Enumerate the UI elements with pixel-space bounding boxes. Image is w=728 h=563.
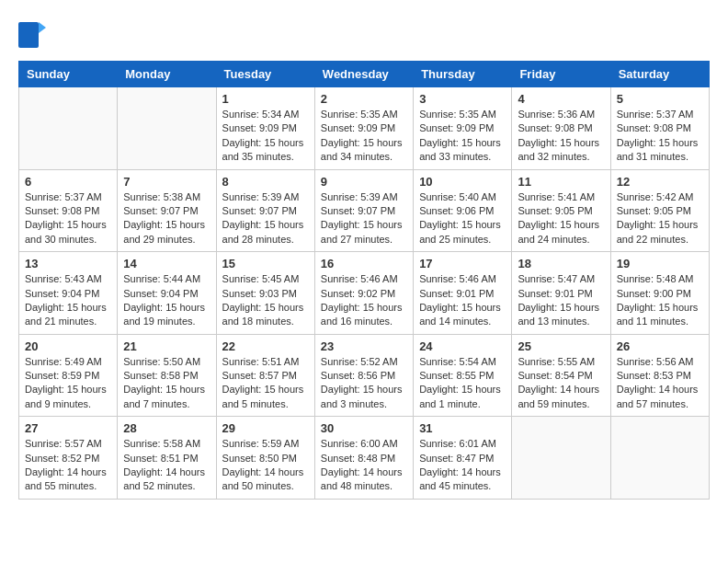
sunrise-text: Sunrise: 5:50 AM	[123, 355, 210, 369]
sunset-text: Sunset: 9:04 PM	[25, 287, 111, 301]
calendar-cell: 9Sunrise: 5:39 AMSunset: 9:07 PMDaylight…	[314, 169, 413, 252]
sunrise-text: Sunrise: 6:00 AM	[321, 437, 407, 451]
page-header	[18, 18, 710, 52]
sunrise-text: Sunrise: 5:59 AM	[222, 437, 309, 451]
sunrise-text: Sunrise: 5:37 AM	[617, 108, 703, 121]
sunrise-text: Sunrise: 5:38 AM	[123, 190, 210, 204]
day-header-monday: Monday	[118, 62, 216, 87]
day-number: 22	[222, 339, 309, 353]
daylight-text: Daylight: 15 hours and 28 minutes.	[222, 218, 309, 247]
daylight-text: Daylight: 15 hours and 21 minutes.	[25, 301, 111, 329]
day-header-saturday: Saturday	[610, 62, 709, 87]
sunset-text: Sunset: 9:07 PM	[222, 204, 309, 218]
daylight-text: Daylight: 15 hours and 9 minutes.	[25, 383, 111, 411]
day-number: 21	[123, 339, 210, 353]
sunrise-text: Sunrise: 5:46 AM	[419, 272, 506, 286]
daylight-text: Daylight: 15 hours and 24 minutes.	[518, 218, 604, 247]
calendar-cell: 14Sunrise: 5:44 AMSunset: 9:04 PMDayligh…	[118, 252, 216, 335]
sunrise-text: Sunrise: 5:37 AM	[25, 190, 111, 204]
day-number: 25	[518, 339, 604, 353]
sunrise-text: Sunrise: 5:41 AM	[518, 190, 604, 204]
day-number: 4	[518, 92, 604, 106]
sunrise-text: Sunrise: 5:46 AM	[321, 272, 407, 286]
sunrise-text: Sunrise: 5:44 AM	[123, 272, 210, 286]
daylight-text: Daylight: 15 hours and 34 minutes.	[321, 136, 407, 165]
day-number: 18	[518, 257, 604, 270]
calendar-cell: 18Sunrise: 5:47 AMSunset: 9:01 PMDayligh…	[512, 252, 610, 335]
day-number: 5	[617, 92, 703, 106]
day-header-wednesday: Wednesday	[314, 62, 413, 87]
day-number: 26	[617, 339, 703, 353]
sunset-text: Sunset: 9:05 PM	[617, 204, 703, 218]
sunset-text: Sunset: 9:01 PM	[518, 287, 604, 301]
logo	[18, 18, 50, 52]
calendar-cell: 13Sunrise: 5:43 AMSunset: 9:04 PMDayligh…	[19, 252, 118, 335]
calendar-cell: 24Sunrise: 5:54 AMSunset: 8:55 PMDayligh…	[414, 334, 512, 417]
sunrise-text: Sunrise: 5:54 AM	[419, 355, 506, 369]
calendar-cell: 30Sunrise: 6:00 AMSunset: 8:48 PMDayligh…	[314, 417, 413, 500]
sunrise-text: Sunrise: 5:58 AM	[123, 437, 210, 451]
sunset-text: Sunset: 8:47 PM	[419, 452, 506, 465]
daylight-text: Daylight: 15 hours and 32 minutes.	[518, 136, 604, 165]
day-number: 15	[222, 257, 309, 270]
sunrise-text: Sunrise: 5:36 AM	[518, 108, 604, 121]
sunrise-text: Sunrise: 5:52 AM	[321, 355, 407, 369]
day-number: 3	[419, 92, 506, 106]
calendar-table: SundayMondayTuesdayWednesdayThursdayFrid…	[18, 61, 710, 500]
daylight-text: Daylight: 15 hours and 30 minutes.	[25, 218, 111, 247]
sunset-text: Sunset: 9:08 PM	[25, 204, 111, 218]
sunset-text: Sunset: 9:00 PM	[617, 287, 703, 301]
daylight-text: Daylight: 15 hours and 18 minutes.	[222, 301, 309, 329]
calendar-cell: 12Sunrise: 5:42 AMSunset: 9:05 PMDayligh…	[610, 169, 709, 252]
daylight-text: Daylight: 14 hours and 52 minutes.	[123, 465, 210, 494]
day-number: 14	[123, 257, 210, 270]
calendar-week-row: 1Sunrise: 5:34 AMSunset: 9:09 PMDaylight…	[19, 87, 710, 170]
sunset-text: Sunset: 9:08 PM	[518, 121, 604, 135]
day-number: 29	[222, 421, 309, 435]
sunrise-text: Sunrise: 5:34 AM	[222, 108, 309, 121]
day-number: 9	[321, 175, 407, 189]
daylight-text: Daylight: 14 hours and 45 minutes.	[419, 465, 506, 494]
sunrise-text: Sunrise: 5:51 AM	[222, 355, 309, 369]
sunset-text: Sunset: 9:09 PM	[419, 121, 506, 135]
sunrise-text: Sunrise: 5:48 AM	[617, 272, 703, 286]
sunrise-text: Sunrise: 6:01 AM	[419, 437, 506, 451]
calendar-cell	[610, 417, 709, 500]
day-number: 19	[617, 257, 703, 270]
sunrise-text: Sunrise: 5:39 AM	[222, 190, 309, 204]
sunset-text: Sunset: 9:02 PM	[321, 287, 407, 301]
sunset-text: Sunset: 8:48 PM	[321, 452, 407, 465]
sunset-text: Sunset: 8:51 PM	[123, 452, 210, 465]
calendar-cell: 5Sunrise: 5:37 AMSunset: 9:08 PMDaylight…	[610, 87, 709, 170]
sunrise-text: Sunrise: 5:39 AM	[321, 190, 407, 204]
calendar-cell: 4Sunrise: 5:36 AMSunset: 9:08 PMDaylight…	[512, 87, 610, 170]
calendar-week-row: 20Sunrise: 5:49 AMSunset: 8:59 PMDayligh…	[19, 334, 710, 417]
day-header-tuesday: Tuesday	[216, 62, 314, 87]
daylight-text: Daylight: 15 hours and 19 minutes.	[123, 301, 210, 329]
calendar-cell: 26Sunrise: 5:56 AMSunset: 8:53 PMDayligh…	[610, 334, 709, 417]
sunset-text: Sunset: 8:50 PM	[222, 452, 309, 465]
calendar-cell	[19, 87, 118, 170]
day-number: 8	[222, 175, 309, 189]
sunset-text: Sunset: 9:09 PM	[321, 121, 407, 135]
calendar-cell: 6Sunrise: 5:37 AMSunset: 9:08 PMDaylight…	[19, 169, 118, 252]
sunset-text: Sunset: 9:04 PM	[123, 287, 210, 301]
sunrise-text: Sunrise: 5:40 AM	[419, 190, 506, 204]
day-header-friday: Friday	[512, 62, 610, 87]
sunset-text: Sunset: 8:56 PM	[321, 369, 407, 383]
daylight-text: Daylight: 15 hours and 22 minutes.	[617, 218, 703, 247]
calendar-cell: 2Sunrise: 5:35 AMSunset: 9:09 PMDaylight…	[314, 87, 413, 170]
day-number: 13	[25, 257, 111, 270]
day-number: 10	[419, 175, 506, 189]
calendar-cell: 10Sunrise: 5:40 AMSunset: 9:06 PMDayligh…	[414, 169, 512, 252]
calendar-cell: 22Sunrise: 5:51 AMSunset: 8:57 PMDayligh…	[216, 334, 314, 417]
daylight-text: Daylight: 15 hours and 7 minutes.	[123, 383, 210, 411]
sunset-text: Sunset: 9:03 PM	[222, 287, 309, 301]
day-number: 6	[25, 175, 111, 189]
sunset-text: Sunset: 8:53 PM	[617, 369, 703, 383]
sunset-text: Sunset: 9:09 PM	[222, 121, 309, 135]
day-header-thursday: Thursday	[414, 62, 512, 87]
sunrise-text: Sunrise: 5:35 AM	[419, 108, 506, 121]
day-number: 30	[321, 421, 407, 435]
day-number: 27	[25, 421, 111, 435]
